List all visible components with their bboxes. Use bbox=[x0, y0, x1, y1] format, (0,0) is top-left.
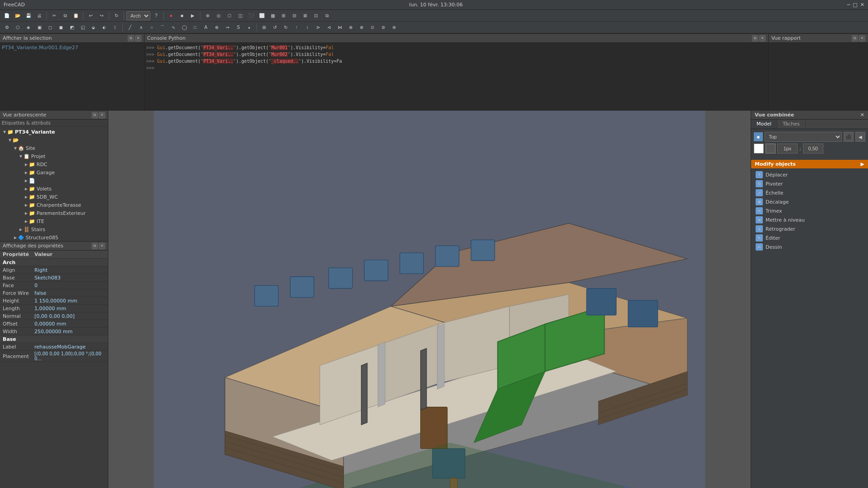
rec-button[interactable]: ● bbox=[166, 11, 176, 21]
tree-item-ite[interactable]: ▶ 📁 ITE bbox=[1, 217, 107, 225]
workbench-dropdown[interactable]: Arch bbox=[126, 11, 150, 20]
arch-btn7[interactable]: ◩ bbox=[67, 23, 77, 33]
print-button[interactable]: 🖨 bbox=[34, 11, 44, 21]
draw-btn10[interactable]: ⇒ bbox=[223, 23, 232, 33]
maximize-icon[interactable]: □ bbox=[853, 2, 857, 8]
view-btn7[interactable]: ▦ bbox=[268, 11, 278, 21]
modify-item-dessin[interactable]: ✏ Dessin bbox=[751, 242, 868, 251]
tree-item-garage[interactable]: ▶ 📁 Garage bbox=[1, 168, 107, 177]
play-button[interactable]: ▶ bbox=[188, 11, 198, 21]
arch-btn8[interactable]: ◱ bbox=[78, 23, 88, 33]
mod-btn4[interactable]: ↑ bbox=[292, 23, 302, 33]
view-opacity-input[interactable] bbox=[803, 144, 823, 153]
view-btn11[interactable]: ⊡ bbox=[311, 11, 321, 21]
draw-btn8[interactable]: A bbox=[201, 23, 211, 33]
mod-btn1[interactable]: ⊞ bbox=[259, 23, 269, 33]
workbench-help-button[interactable]: ? bbox=[151, 11, 161, 21]
modify-item-pivoter[interactable]: ↻ Pivoter bbox=[751, 179, 868, 188]
afficher-panel-close-btn[interactable]: ✕ bbox=[135, 35, 141, 42]
mod-btn10[interactable]: ⊗ bbox=[357, 23, 367, 33]
cut-button[interactable]: ✂ bbox=[49, 11, 59, 21]
modify-item-trimex[interactable]: ✂ Trimex bbox=[751, 206, 868, 215]
copy-button[interactable]: ⧉ bbox=[60, 11, 70, 21]
view-btn1[interactable]: ⊕ bbox=[203, 11, 213, 21]
modify-item-decalage[interactable]: ⊞ Décalage bbox=[751, 197, 868, 206]
arch-btn4[interactable]: ▣ bbox=[34, 23, 44, 33]
view-btn10[interactable]: ⊠ bbox=[300, 11, 310, 21]
draw-btn5[interactable]: ∿ bbox=[168, 23, 178, 33]
arch-btn5[interactable]: ◻ bbox=[45, 23, 55, 33]
vue-rapport-close-btn[interactable]: ✕ bbox=[859, 35, 865, 42]
vue-combinee-close-btn[interactable]: ✕ bbox=[860, 112, 864, 118]
modify-item-retrograder[interactable]: ↓ Rétrograder bbox=[751, 224, 868, 233]
save-button[interactable]: 💾 bbox=[23, 11, 33, 21]
arch-btn9[interactable]: ⬙ bbox=[88, 23, 98, 33]
view-px-input[interactable] bbox=[777, 144, 798, 153]
view-expand-btn[interactable]: ◀ bbox=[855, 132, 865, 142]
tree-item-volets[interactable]: ▶ 📁 Volets bbox=[1, 185, 107, 193]
view-btn12[interactable]: ⧉ bbox=[322, 11, 332, 21]
tree-item-stairs[interactable]: ▶ 🪜 Stairs bbox=[1, 225, 107, 233]
draw-btn4[interactable]: ⌒ bbox=[158, 23, 167, 33]
modify-item-editer[interactable]: ✎ Éditer bbox=[751, 233, 868, 242]
modify-objects-expand[interactable]: ▶ bbox=[861, 161, 864, 167]
draw-btn2[interactable]: ∧ bbox=[136, 23, 146, 33]
draw-btn6[interactable]: ◯ bbox=[179, 23, 189, 33]
mod-btn9[interactable]: ⊕ bbox=[346, 23, 356, 33]
draw-btn12[interactable]: ⬧ bbox=[244, 23, 254, 33]
afficher-panel-float-btn[interactable]: ⧉ bbox=[128, 35, 134, 42]
3d-viewport[interactable]: X Y Z 101.9/9.2 Fps bbox=[108, 111, 751, 488]
arch-btn2[interactable]: ⬡ bbox=[13, 23, 23, 33]
arch-btn3[interactable]: ◈ bbox=[23, 23, 33, 33]
draw-btn3[interactable]: ○ bbox=[147, 23, 157, 33]
props-panel-float-btn[interactable]: ⧉ bbox=[92, 243, 98, 249]
view-btn4[interactable]: ◫ bbox=[235, 11, 245, 21]
color-box-dark[interactable] bbox=[766, 144, 775, 153]
stop-button[interactable]: ■ bbox=[177, 11, 187, 21]
tree-item-l1[interactable]: ▼ 📂 bbox=[1, 136, 107, 144]
refresh-button[interactable]: ↻ bbox=[111, 11, 121, 21]
mod-btn13[interactable]: ⊛ bbox=[389, 23, 399, 33]
console-panel-float-btn[interactable]: ⧉ bbox=[752, 35, 758, 42]
vue-arbo-float-btn[interactable]: ⧉ bbox=[92, 112, 98, 118]
color-box-white[interactable] bbox=[754, 144, 764, 153]
draw-btn7[interactable]: □ bbox=[190, 23, 200, 33]
draw-btn9[interactable]: ⊕ bbox=[212, 23, 222, 33]
tree-item-site[interactable]: ▼ 🏠 Site bbox=[1, 144, 107, 152]
view-btn6[interactable]: ⬜ bbox=[257, 11, 267, 21]
props-panel-close-btn[interactable]: ✕ bbox=[99, 243, 105, 249]
tree-item-charpente[interactable]: ▶ 📁 CharpenteTerasse bbox=[1, 201, 107, 209]
open-button[interactable]: 📂 bbox=[13, 11, 23, 21]
modify-item-deplacer[interactable]: ↑ Déplacer bbox=[751, 170, 868, 179]
tree-item-pt34[interactable]: ▼ 📁 PT34_Variante bbox=[1, 128, 107, 136]
mod-btn2[interactable]: ↺ bbox=[270, 23, 280, 33]
mod-btn12[interactable]: ⊚ bbox=[378, 23, 388, 33]
arch-btn1[interactable]: ⚙ bbox=[2, 23, 12, 33]
console-panel-close-btn[interactable]: ✕ bbox=[759, 35, 766, 42]
vue-arbo-close-btn[interactable]: ✕ bbox=[99, 112, 105, 118]
view-btn9[interactable]: ⊟ bbox=[289, 11, 299, 21]
tree-item-rdc[interactable]: ▶ 📁 RDC bbox=[1, 160, 107, 168]
mod-btn6[interactable]: ⊳ bbox=[313, 23, 323, 33]
view-btn3[interactable]: ⬡ bbox=[224, 11, 234, 21]
new-button[interactable]: 📄 bbox=[2, 11, 12, 21]
view-camera-btn[interactable]: ⬛ bbox=[844, 132, 854, 142]
mod-btn5[interactable]: ↕ bbox=[302, 23, 312, 33]
view-btn5[interactable]: ⬛ bbox=[246, 11, 256, 21]
mod-btn3[interactable]: ↻ bbox=[281, 23, 291, 33]
view-select[interactable]: Top bbox=[765, 132, 842, 142]
mod-btn7[interactable]: ⊲ bbox=[324, 23, 334, 33]
redo-button[interactable]: ↪ bbox=[97, 11, 107, 21]
mod-btn8[interactable]: ⋈ bbox=[335, 23, 345, 33]
vc-tab-model[interactable]: Model bbox=[751, 120, 777, 129]
tree-item-sdb[interactable]: ▶ 📁 SDB_WC bbox=[1, 193, 107, 201]
arch-btn6[interactable]: ◼ bbox=[56, 23, 66, 33]
vc-tab-taches[interactable]: Tâches bbox=[777, 120, 806, 129]
tree-item-blank[interactable]: ▶ 📄 bbox=[1, 177, 107, 185]
close-icon[interactable]: ✕ bbox=[860, 2, 864, 8]
view-btn2[interactable]: ◎ bbox=[214, 11, 223, 21]
vue-rapport-float-btn[interactable]: ⧉ bbox=[852, 35, 858, 42]
modify-item-mettre-niveau[interactable]: ≡ Mettre à niveau bbox=[751, 215, 868, 224]
arch-btn11[interactable]: ⟟ bbox=[110, 23, 120, 33]
mod-btn11[interactable]: ⊙ bbox=[367, 23, 377, 33]
